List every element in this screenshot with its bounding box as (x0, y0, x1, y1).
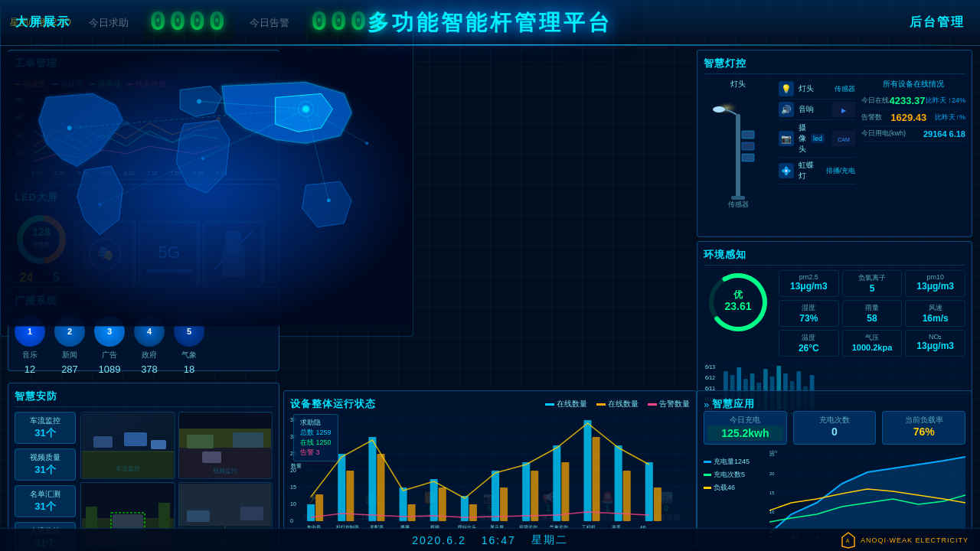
svg-rect-180 (615, 445, 622, 521)
svg-text:10: 10 (769, 510, 775, 514)
svg-text:数量: 数量 (291, 463, 302, 468)
legend-online2: 在线数量 (596, 399, 639, 409)
app-legend: 充电量1245 充电次数5 负载46 (704, 449, 765, 541)
online-status: 所有设备在线情况 今日在线 4233.37 比昨天 ↑24% 告警数 1629.… (861, 79, 965, 210)
header-left[interactable]: 大屏展示 (15, 15, 70, 31)
env-rain: 雨量 58 (842, 300, 903, 327)
footer-weekday: 星期二 (531, 533, 568, 547)
camera-tag: led (811, 134, 825, 143)
svg-rect-182 (645, 462, 653, 521)
app-legend-times: 充电次数5 (704, 470, 765, 480)
light-device-tag: 传感器 (835, 84, 855, 94)
env-temp: 温度 26°C (779, 330, 839, 357)
security-item-traffic-label: 车流监控 (20, 416, 70, 426)
security-item-list[interactable]: 名单汇测 31个 (15, 485, 76, 517)
security-item-quality[interactable]: 视频质量 31个 (15, 448, 76, 481)
app-legend-charge-dot (704, 461, 711, 463)
pole-light-label: 灯头 (730, 79, 746, 90)
pm25-val: 13μg/m3 (782, 281, 836, 292)
security-item-traffic-count: 31个 (20, 426, 70, 440)
load-label: 当前负载率 (886, 415, 962, 425)
svg-text:A: A (846, 538, 851, 543)
app-legend-load-label: 负载46 (714, 483, 735, 493)
camera-device-name: 摄像头 (799, 122, 806, 155)
svg-rect-45 (151, 440, 166, 449)
security-panel: 智慧安防 车流监控 31个 视频质量 31个 名单汇测 31个 人流监控 31个 (8, 383, 279, 547)
svg-text:6/12: 6/12 (705, 375, 715, 380)
no2-label: NO₂ (908, 333, 962, 341)
svg-point-76 (67, 126, 72, 130)
svg-rect-177 (561, 462, 569, 521)
legend-online: 在线数量 (545, 399, 587, 409)
env-pm10: pm10 13μg/m3 (905, 270, 965, 297)
svg-rect-168 (430, 479, 438, 521)
svg-rect-164 (368, 437, 376, 521)
legend-alert-label: 告警数量 (659, 399, 690, 409)
equip-legend: 在线数量 在线数量 告警数量 (545, 399, 690, 409)
svg-rect-51 (233, 432, 263, 448)
footer: 2020.6.2 16:47 星期二 A ANOQI·WEAK ELECTRIC… (0, 528, 980, 551)
svg-rect-50 (187, 435, 214, 448)
header-right[interactable]: 后台管理 (910, 15, 965, 31)
env-metrics: pm2.5 13μg/m3 负氧离子 5 pm10 13μg/m3 湿度 73%… (779, 270, 965, 357)
device-row-camera: 📷 摄像头 led CAM (779, 120, 855, 158)
app-stats: 今日充电 125.2kwh 充电次数 0 当前负载率 76% (704, 411, 965, 445)
env-no2: NO₂ 13μg/m3 (905, 330, 965, 357)
power-value: 29164 6.18 (923, 129, 965, 139)
pm10-val: 13μg/m3 (908, 281, 962, 292)
env-wind: 风速 16m/s (905, 300, 965, 327)
security-item-traffic[interactable]: 车流监控 31个 (15, 412, 76, 444)
svg-rect-95 (736, 114, 740, 198)
humidity-label: 湿度 (782, 303, 836, 313)
alarm-value: 1629.43 (890, 112, 926, 123)
svg-rect-165 (377, 454, 384, 521)
broadcast-label-weather: 气象 (181, 350, 197, 360)
equip-info-alert: 告警 3 (300, 448, 332, 458)
device-row-led: 💠 虹蝶灯 排播/充电 (779, 158, 855, 184)
svg-rect-160 (307, 504, 315, 521)
svg-rect-56 (86, 507, 97, 530)
app-stat-times: 充电次数 0 (793, 411, 877, 445)
rain-val: 58 (845, 313, 900, 324)
svg-text:车流监控: 车流监控 (116, 465, 140, 472)
humidity-val: 73% (782, 313, 836, 324)
footer-date: 2020.6.2 (412, 534, 466, 546)
pressure-val: 1000.2kpa (845, 343, 900, 352)
broadcast-count-weather: 18 (184, 364, 194, 375)
svg-rect-66 (240, 507, 263, 520)
smart-light-content: 灯头 (704, 79, 965, 210)
equip-header: 设备整体运行状态 在线数量 在线数量 告警数量 (290, 397, 690, 411)
svg-point-77 (197, 99, 201, 103)
alarm-change: 比昨天↑% (935, 112, 965, 122)
svg-rect-172 (492, 471, 499, 521)
svg-point-75 (303, 106, 309, 112)
security-title: 智慧安防 (15, 390, 273, 407)
app-chart: 5-1 5-2 5-3 5-4 5-5 5-6 5-7 5-8 25 20 15… (769, 449, 965, 541)
pressure-label: 气压 (845, 333, 900, 343)
company-logo-icon: A (839, 531, 858, 549)
equip-info-online: 在线 1250 (300, 438, 332, 448)
wind-label: 风速 (908, 303, 962, 313)
temp-label: 温度 (782, 333, 836, 343)
camera-view-1: 车流监控 (80, 412, 175, 479)
svg-rect-167 (408, 504, 416, 521)
legend-online2-label: 在线数量 (608, 399, 639, 409)
equip-info-box: 求助隐 总数 1259 在线 1250 告警 3 (293, 414, 338, 461)
broadcast-count-music: 12 (24, 364, 35, 375)
security-item-quality-label: 视频质量 (20, 452, 70, 463)
app-legend-charge: 充电量1245 (704, 457, 765, 467)
times-val: 0 (797, 425, 873, 438)
app-chart-area: 充电量1245 充电次数5 负载46 (704, 449, 965, 541)
app-legend-load-dot (704, 487, 711, 489)
device-list: 💡 灯头 传感器 🔊 音响 ▶ 📷 摄像头 led (779, 79, 855, 210)
legend-online-label: 在线数量 (557, 399, 587, 409)
led-device-icon: 💠 (779, 163, 794, 178)
alarm-label: 告警数 (861, 112, 882, 122)
online-status-title: 所有设备在线情况 (861, 79, 965, 90)
app-stat-load: 当前负载率 76% (882, 411, 965, 445)
broadcast-label-gov: 政府 (142, 350, 157, 360)
footer-time: 16:47 (482, 534, 516, 546)
svg-rect-52 (202, 452, 221, 463)
logo-area: A ANOQI·WEAK ELECTRICITY (839, 531, 969, 549)
env-gauge: 优 23.61 (704, 270, 773, 338)
